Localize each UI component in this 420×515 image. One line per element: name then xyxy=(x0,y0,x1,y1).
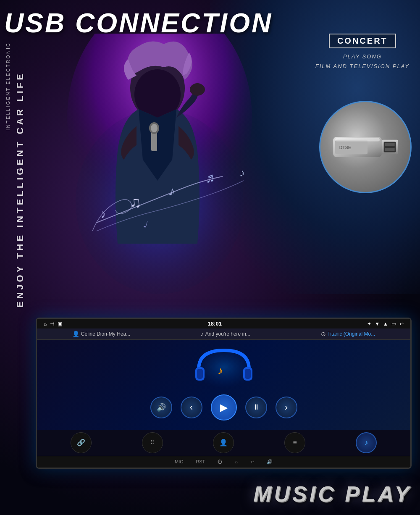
track3-info: ⊙ Titanic (Original Mo... xyxy=(321,331,375,337)
notification-icon: ▣ xyxy=(58,321,62,327)
headphone-display: ♪ xyxy=(190,344,257,390)
vertical-text-small: Intelligent Electronic xyxy=(5,42,11,131)
track2-text: And you're here in... xyxy=(205,331,250,337)
vol-sys-icon: 🔊 xyxy=(267,459,273,465)
signal-icon: ▲ xyxy=(383,321,388,327)
back-sys-button[interactable]: ↩ xyxy=(250,459,254,465)
power-button[interactable]: ⏻ xyxy=(218,459,222,464)
prev-button[interactable]: ‹ xyxy=(181,397,202,418)
vertical-text-large: ENJOY THE INTELLIGENT CAR LIFE xyxy=(15,71,26,307)
status-bar: ⌂ ⊣ ▣ 18:01 ✦ ▼ ▲ ▭ ↩ xyxy=(37,319,410,328)
home-sys-button[interactable]: ⌂ xyxy=(235,459,238,464)
car-stereo-device: ⌂ ⊣ ▣ 18:01 ✦ ▼ ▲ ▭ ↩ 👤 Céline Dion-My H… xyxy=(36,318,412,469)
music-play-title: MUSIC PLAY xyxy=(253,481,412,507)
mic-button[interactable]: MIC xyxy=(175,459,183,464)
wifi-icon: ▼ xyxy=(375,321,380,327)
svg-text:♬: ♬ xyxy=(204,170,215,185)
svg-point-22 xyxy=(194,346,253,388)
bluetooth-icon: ✦ xyxy=(367,321,371,327)
pause-icon: ⏸ xyxy=(252,403,260,412)
status-time: 18:01 xyxy=(208,321,222,327)
system-bar: MIC RST ⏻ ⌂ ↩ 🔊 xyxy=(37,456,410,468)
player-main: ♪ 🔊 ‹ ▶ ⏸ › xyxy=(37,340,410,430)
play-icon: ▶ xyxy=(220,402,228,413)
track1-text: Céline Dion-My Hea... xyxy=(81,331,130,337)
status-icons-left: ⌂ ⊣ ▣ xyxy=(44,321,62,327)
rst-button[interactable]: RST xyxy=(196,459,205,464)
rst-label: RST xyxy=(196,459,205,464)
battery-icon: ▭ xyxy=(391,321,396,327)
back-icon: ↩ xyxy=(399,321,404,327)
bottom-buttons-row: 🔗 ⠿ 👤 ≡ ♪ xyxy=(37,430,410,456)
link-icon: 🔗 xyxy=(77,439,85,447)
svg-rect-20 xyxy=(385,148,394,151)
next-button[interactable]: › xyxy=(276,397,297,418)
usb-drive-image: DTSE xyxy=(319,101,412,193)
track3-text: Titanic (Original Mo... xyxy=(328,331,375,337)
concert-badge-area: CONCERT PLAY SONG FILM AND TELEVISION PL… xyxy=(315,34,410,71)
play-button[interactable]: ▶ xyxy=(211,394,237,420)
link-button[interactable]: 🔗 xyxy=(71,432,92,453)
svg-rect-26 xyxy=(245,369,251,379)
svg-rect-24 xyxy=(197,369,203,379)
track1-icon: 👤 xyxy=(72,331,79,337)
status-icons-right: ✦ ▼ ▲ ▭ ↩ xyxy=(367,321,404,327)
svg-point-6 xyxy=(151,124,158,132)
track3-icon: ⊙ xyxy=(321,331,326,337)
svg-text:♪: ♪ xyxy=(239,166,245,179)
svg-text:DTSE: DTSE xyxy=(339,145,351,150)
svg-rect-19 xyxy=(385,143,394,146)
next-icon: › xyxy=(285,402,288,413)
music-notes-decoration: ♪ ♫ ♪ ♬ ♪ ♩ xyxy=(76,147,286,252)
contact-icon: 👤 xyxy=(219,439,228,447)
info-bar: 👤 Céline Dion-My Hea... ♪ And you're her… xyxy=(37,328,410,340)
svg-text:♪: ♪ xyxy=(99,207,107,221)
power-icon: ⏻ xyxy=(218,459,222,464)
prev-icon: ‹ xyxy=(190,402,193,413)
home-sys-icon: ⌂ xyxy=(235,459,238,464)
usb-icon: ⊣ xyxy=(50,321,54,327)
playlist-button[interactable]: ≡ xyxy=(284,432,305,453)
music-app-button[interactable]: ♪ xyxy=(356,432,377,453)
controls-row: 🔊 ‹ ▶ ⏸ › xyxy=(150,394,297,420)
mic-label: MIC xyxy=(175,459,183,464)
stereo-screen: ⌂ ⊣ ▣ 18:01 ✦ ▼ ▲ ▭ ↩ 👤 Céline Dion-My H… xyxy=(37,319,410,468)
back-sys-icon: ↩ xyxy=(250,459,254,465)
music-app-icon: ♪ xyxy=(365,439,368,447)
track2-info: ♪ And you're here in... xyxy=(201,331,250,337)
svg-text:♪: ♪ xyxy=(168,183,176,199)
svg-point-7 xyxy=(190,83,205,96)
svg-rect-21 xyxy=(335,138,380,142)
concert-label: CONCERT xyxy=(329,34,396,48)
svg-text:♪: ♪ xyxy=(218,364,223,377)
volume-icon: 🔊 xyxy=(157,403,166,412)
volume-button[interactable]: 🔊 xyxy=(150,397,172,418)
vol-sys-button[interactable]: 🔊 xyxy=(267,459,273,465)
track1-info: 👤 Céline Dion-My Hea... xyxy=(72,331,130,337)
playlist-icon: ≡ xyxy=(293,439,297,447)
svg-text:♩: ♩ xyxy=(142,219,149,230)
track2-icon: ♪ xyxy=(201,331,204,337)
contact-button[interactable]: 👤 xyxy=(213,432,234,453)
home-icon: ⌂ xyxy=(44,321,47,327)
grid-button[interactable]: ⠿ xyxy=(142,432,163,453)
grid-icon: ⠿ xyxy=(150,439,155,446)
concert-sub1: PLAY SONG FILM AND TELEVISION PLAY xyxy=(315,52,410,71)
pause-button[interactable]: ⏸ xyxy=(245,397,267,418)
